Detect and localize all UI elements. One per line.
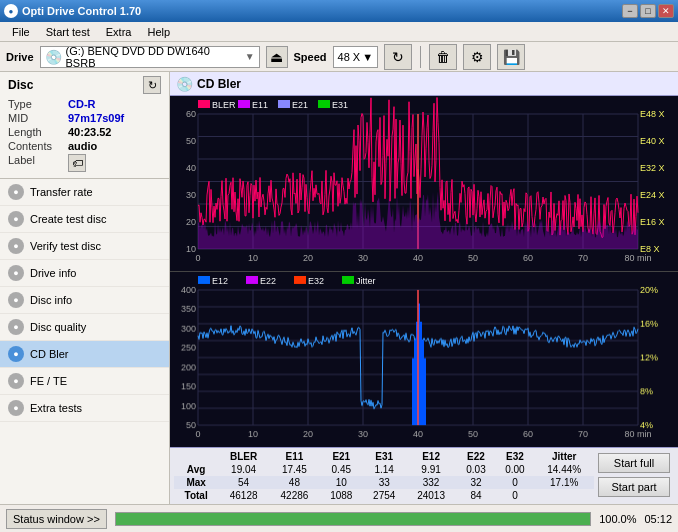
- lower-chart: [170, 271, 678, 447]
- nav-icon: ●: [8, 265, 24, 281]
- left-panel: Disc ↻ Type CD-R MID 97m17s09f Length 40…: [0, 72, 170, 504]
- total-e11: 42286: [269, 489, 320, 502]
- menu-bar: File Start test Extra Help: [0, 22, 678, 42]
- col-header-empty: [174, 450, 218, 463]
- nav-label: FE / TE: [30, 375, 67, 387]
- menu-start-test[interactable]: Start test: [38, 24, 98, 40]
- stats-area: BLER E11 E21 E31 E12 E22 E32 Jitter: [170, 447, 678, 504]
- nav-disc-info[interactable]: ● Disc info: [0, 287, 169, 314]
- avg-e32: 0.00: [495, 463, 534, 476]
- start-full-button[interactable]: Start full: [598, 453, 670, 473]
- nav-icon: ●: [8, 184, 24, 200]
- save-button[interactable]: 💾: [497, 44, 525, 70]
- col-header-e31: E31: [363, 450, 406, 463]
- close-button[interactable]: ✕: [658, 4, 674, 18]
- stats-buttons: Start full Start part: [594, 450, 674, 502]
- speed-label: Speed: [294, 51, 327, 63]
- max-e22: 32: [456, 476, 495, 489]
- erase-button[interactable]: 🗑: [429, 44, 457, 70]
- total-e32: 0: [495, 489, 534, 502]
- avg-e12: 9.91: [406, 463, 457, 476]
- nav-items: ● Transfer rate ● Create test disc ● Ver…: [0, 179, 169, 504]
- nav-create-test-disc[interactable]: ● Create test disc: [0, 206, 169, 233]
- separator: [420, 46, 421, 68]
- avg-e22: 0.03: [456, 463, 495, 476]
- start-part-button[interactable]: Start part: [598, 477, 670, 497]
- avg-e11: 17.45: [269, 463, 320, 476]
- nav-disc-quality[interactable]: ● Disc quality: [0, 314, 169, 341]
- nav-icon: ●: [8, 400, 24, 416]
- menu-extra[interactable]: Extra: [98, 24, 140, 40]
- progress-bar-container: [115, 512, 591, 526]
- chevron-down-icon: ▼: [245, 51, 255, 62]
- nav-icon: ●: [8, 346, 24, 362]
- disc-title: Disc: [8, 78, 33, 92]
- col-header-jitter: Jitter: [534, 450, 594, 463]
- nav-label: CD Bler: [30, 348, 69, 360]
- max-e12: 332: [406, 476, 457, 489]
- menu-file[interactable]: File: [4, 24, 38, 40]
- nav-label: Extra tests: [30, 402, 82, 414]
- menu-help[interactable]: Help: [139, 24, 178, 40]
- contents-label: Contents: [8, 140, 68, 152]
- nav-icon: ●: [8, 238, 24, 254]
- status-window-button[interactable]: Status window >>: [6, 509, 107, 529]
- drive-selector[interactable]: 💿 (G:) BENQ DVD DD DW1640 BSRB ▼: [40, 46, 260, 68]
- col-header-bler: BLER: [218, 450, 269, 463]
- label-button[interactable]: 🏷: [68, 154, 86, 172]
- drive-bar: Drive 💿 (G:) BENQ DVD DD DW1640 BSRB ▼ ⏏…: [0, 42, 678, 72]
- total-jitter: [534, 489, 594, 502]
- speed-selector[interactable]: 48 X ▼: [333, 46, 379, 68]
- length-label: Length: [8, 126, 68, 138]
- nav-cd-bler[interactable]: ● CD Bler: [0, 341, 169, 368]
- nav-transfer-rate[interactable]: ● Transfer rate: [0, 179, 169, 206]
- right-panel: 💿 CD Bler BLER: [170, 72, 678, 504]
- avg-label: Avg: [174, 463, 218, 476]
- status-bar: Status window >> 100.0% 05:12: [0, 504, 678, 532]
- nav-icon: ●: [8, 292, 24, 308]
- mid-label: MID: [8, 112, 68, 124]
- nav-drive-info[interactable]: ● Drive info: [0, 260, 169, 287]
- type-value: CD-R: [68, 98, 96, 110]
- max-e31: 33: [363, 476, 406, 489]
- max-label: Max: [174, 476, 218, 489]
- nav-label: Drive info: [30, 267, 76, 279]
- minimize-button[interactable]: −: [622, 4, 638, 18]
- total-e31: 2754: [363, 489, 406, 502]
- total-label: Total: [174, 489, 218, 502]
- avg-jitter: 14.44%: [534, 463, 594, 476]
- disc-section: Disc ↻ Type CD-R MID 97m17s09f Length 40…: [0, 72, 169, 179]
- stats-table: BLER E11 E21 E31 E12 E22 E32 Jitter: [174, 450, 594, 502]
- contents-value: audio: [68, 140, 97, 152]
- eject-button[interactable]: ⏏: [266, 46, 288, 68]
- nav-icon: ●: [8, 211, 24, 227]
- drive-value: (G:) BENQ DVD DD DW1640 BSRB: [66, 45, 241, 69]
- type-label: Type: [8, 98, 68, 110]
- elapsed-time: 05:12: [644, 513, 672, 525]
- nav-fe-te[interactable]: ● FE / TE: [0, 368, 169, 395]
- avg-e31: 1.14: [363, 463, 406, 476]
- chart-container: [170, 96, 678, 447]
- length-value: 40:23.52: [68, 126, 111, 138]
- progress-bar-fill: [116, 513, 590, 525]
- stats-avg-row: Avg 19.04 17.45 0.45 1.14 9.91 0.03 0.00…: [174, 463, 594, 476]
- col-header-e22: E22: [456, 450, 495, 463]
- disc-refresh-button[interactable]: ↻: [143, 76, 161, 94]
- progress-text: 100.0%: [599, 513, 636, 525]
- nav-extra-tests[interactable]: ● Extra tests: [0, 395, 169, 422]
- max-e32: 0: [495, 476, 534, 489]
- col-header-e21: E21: [320, 450, 363, 463]
- total-e22: 84: [456, 489, 495, 502]
- cd-icon: 💿: [176, 76, 193, 92]
- maximize-button[interactable]: □: [640, 4, 656, 18]
- stats-max-row: Max 54 48 10 33 332 32 0 17.1%: [174, 476, 594, 489]
- speed-value: 48 X: [338, 51, 361, 63]
- refresh-button[interactable]: ↻: [384, 44, 412, 70]
- stats-total-row: Total 46128 42286 1088 2754 24013 84 0: [174, 489, 594, 502]
- nav-label: Create test disc: [30, 213, 106, 225]
- nav-verify-test-disc[interactable]: ● Verify test disc: [0, 233, 169, 260]
- nav-label: Disc quality: [30, 321, 86, 333]
- settings-button[interactable]: ⚙: [463, 44, 491, 70]
- avg-bler: 19.04: [218, 463, 269, 476]
- chart-header: 💿 CD Bler: [170, 72, 678, 96]
